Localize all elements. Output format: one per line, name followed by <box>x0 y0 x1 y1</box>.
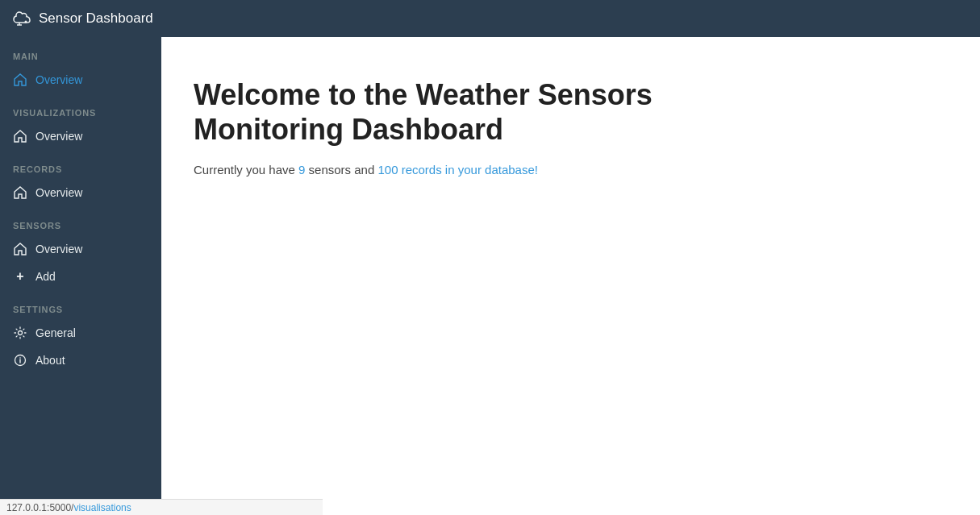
sidebar-item-sensors-add[interactable]: + Add <box>0 263 161 290</box>
sidebar-section-records: RECORDS <box>0 150 161 179</box>
cloud-sensor-icon <box>13 11 31 26</box>
statusbar: 127.0.0.1:5000/visualisations <box>0 499 323 515</box>
sidebar-item-records-overview-label: Overview <box>35 186 82 199</box>
home-icon <box>13 73 27 87</box>
sidebar-section-settings: SETTINGS <box>0 290 161 319</box>
welcome-subtext: Currently you have 9 sensors and 100 rec… <box>194 163 940 177</box>
sidebar-item-main-overview-label: Overview <box>35 73 82 86</box>
main-content: Welcome to the Weather Sensors Monitorin… <box>161 37 980 515</box>
record-count: 100 <box>377 163 398 177</box>
plus-icon: + <box>13 269 27 284</box>
home-icon-sensors <box>13 242 27 256</box>
sidebar-section-visualizations: VISUALIZATIONS <box>0 93 161 123</box>
sidebar-item-records-overview[interactable]: Overview <box>0 179 161 206</box>
statusbar-url-path: visualisations <box>73 502 131 513</box>
svg-point-3 <box>19 331 23 335</box>
welcome-heading: Welcome to the Weather Sensors Monitorin… <box>194 77 758 147</box>
sidebar-item-settings-about-label: About <box>35 354 65 367</box>
sidebar-item-settings-about[interactable]: About <box>0 347 161 374</box>
sidebar-item-settings-general-label: General <box>35 326 76 339</box>
svg-point-2 <box>25 21 27 23</box>
svg-point-6 <box>19 357 21 359</box>
gear-icon <box>13 326 27 340</box>
sidebar: MAIN Overview VISUALIZATIONS Overview RE… <box>0 37 161 515</box>
home-icon-records <box>13 185 27 200</box>
sidebar-item-sensors-overview-label: Overview <box>35 243 82 255</box>
topbar: Sensor Dashboard <box>0 0 980 37</box>
topbar-icon <box>13 11 31 26</box>
sidebar-item-sensors-add-label: Add <box>35 270 56 283</box>
sidebar-item-main-overview[interactable]: Overview <box>0 66 161 93</box>
sidebar-section-main: MAIN <box>0 37 161 66</box>
info-icon <box>13 353 27 368</box>
topbar-title: Sensor Dashboard <box>39 10 153 27</box>
subtext-prefix: Currently you have <box>194 163 298 177</box>
sidebar-item-sensors-overview[interactable]: Overview <box>0 235 161 263</box>
sidebar-section-sensors: SENSORS <box>0 206 161 235</box>
home-icon-vis <box>13 129 27 143</box>
sidebar-item-vis-overview-label: Overview <box>35 130 82 143</box>
statusbar-url-base: 127.0.0.1:5000/ <box>6 502 73 513</box>
sidebar-item-settings-general[interactable]: General <box>0 319 161 347</box>
subtext-suffix: records in your database! <box>398 163 538 177</box>
sidebar-item-vis-overview[interactable]: Overview <box>0 123 161 150</box>
subtext-middle: sensors and <box>305 163 377 177</box>
